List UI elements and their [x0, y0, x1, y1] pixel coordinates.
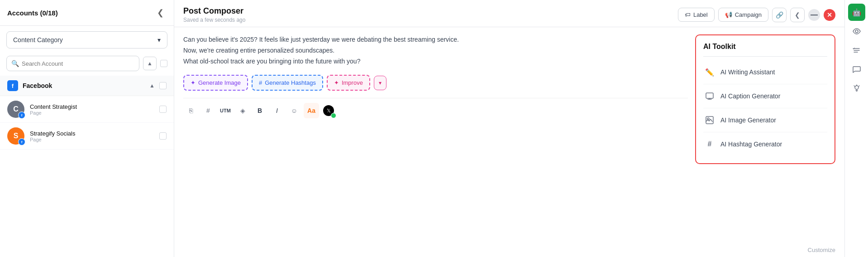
ai-caption-icon: [703, 90, 716, 102]
search-row: 🔍 ▲: [6, 56, 167, 71]
post-text-area: Can you believe it's 2025? It feels like…: [183, 34, 688, 238]
italic-button[interactable]: I: [269, 103, 285, 118]
chevron-down-icon: ▾: [157, 36, 161, 44]
toolbar-buttons: ✦ Generate Image # Generate Hashtags ✦ I…: [183, 75, 688, 91]
sidebar-tool-ideas[interactable]: [848, 80, 865, 97]
account-name: Content Strategist: [30, 103, 154, 110]
account-type: Page: [30, 137, 154, 142]
main-content: Post Composer Saved a few seconds ago 🏷 …: [174, 0, 844, 257]
link-button[interactable]: 🔗: [772, 8, 787, 22]
improve-button[interactable]: ✦ Improve: [327, 75, 370, 91]
accounts-list: f Facebook ▲ C f Content Strategist Page…: [0, 76, 174, 257]
composer-body: Can you believe it's 2025? It feels like…: [174, 27, 844, 245]
ai-caption-label: AI Caption Generator: [720, 92, 780, 100]
platform-checkbox[interactable]: [159, 82, 167, 89]
collapse-button[interactable]: ❮: [154, 6, 167, 19]
account-checkbox[interactable]: [159, 132, 167, 140]
emoji-button[interactable]: ☺: [286, 103, 302, 118]
ai-hashtag-icon: #: [703, 138, 716, 150]
improve-label: Improve: [342, 79, 363, 86]
label-button[interactable]: 🏷 Label: [678, 8, 715, 22]
twitter-verified-badge: [331, 113, 336, 118]
ai-image-label: AI Image Generator: [720, 116, 776, 124]
category-label: Content Category: [13, 36, 63, 44]
collapse-accounts-button[interactable]: ▲: [143, 57, 157, 70]
minimize-button[interactable]: —: [808, 9, 820, 21]
ai-hashtag-generator-item[interactable]: # AI Hashtag Generator: [703, 132, 827, 156]
composer-title: Post Composer: [183, 6, 245, 16]
accounts-title: Accounts (0/18): [7, 9, 58, 17]
sidebar-tool-ai[interactable]: 🤖: [848, 4, 865, 21]
left-panel: Accounts (0/18) ❮ Content Category ▾ 🔍 ▲…: [0, 0, 174, 257]
customize-row: Customize: [174, 245, 844, 257]
ai-toolkit-title: AI Toolkit: [703, 43, 827, 57]
generate-image-button[interactable]: ✦ Generate Image: [183, 75, 248, 91]
svg-point-4: [855, 86, 858, 89]
select-all-checkbox[interactable]: [160, 60, 167, 67]
platform-collapse-button[interactable]: ▲: [149, 82, 155, 89]
composer-title-area: Post Composer Saved a few seconds ago: [183, 6, 245, 23]
facebook-icon: f: [7, 80, 18, 91]
improve-chevron-button[interactable]: ▾: [374, 76, 386, 90]
generate-hashtags-icon: #: [259, 79, 262, 86]
label-icon: 🏷: [685, 11, 691, 18]
generate-image-label: Generate Image: [198, 79, 241, 86]
ai-image-generator-item[interactable]: AI Image Generator: [703, 108, 827, 132]
facebook-badge: f: [18, 138, 25, 145]
generate-image-icon: ✦: [191, 79, 196, 86]
search-input[interactable]: [22, 60, 134, 67]
account-info: Strategify Socials Page: [30, 130, 154, 142]
ai-writing-label: AI Writing Assistant: [720, 68, 775, 76]
account-type: Page: [30, 110, 154, 116]
label-text: Label: [693, 11, 708, 18]
svg-point-3: [855, 30, 858, 33]
category-dropdown: Content Category ▾: [6, 31, 167, 48]
ai-hashtag-label: AI Hashtag Generator: [720, 141, 782, 148]
composer-header: Post Composer Saved a few seconds ago 🏷 …: [174, 0, 844, 27]
content-category-select[interactable]: Content Category ▾: [6, 31, 167, 48]
copy-button[interactable]: ⎘: [183, 103, 199, 118]
ai-writing-icon: ✏️: [703, 66, 716, 78]
campaign-button[interactable]: 📢 Campaign: [718, 8, 768, 22]
ai-image-icon: [703, 114, 716, 126]
campaign-text: Campaign: [735, 11, 762, 18]
font-button[interactable]: Aa: [304, 103, 319, 118]
composer-saved: Saved a few seconds ago: [183, 17, 245, 23]
avatar: C f: [7, 101, 24, 118]
facebook-platform-row: f Facebook ▲: [0, 76, 174, 96]
sidebar-tool-comments[interactable]: [848, 61, 865, 78]
list-item: C f Content Strategist Page: [0, 96, 174, 123]
merge-button[interactable]: ◈: [235, 103, 250, 118]
hashtag-button[interactable]: #: [200, 103, 216, 118]
platform-name: Facebook: [23, 82, 145, 89]
generate-hashtags-button[interactable]: # Generate Hashtags: [252, 75, 323, 91]
ai-toolkit-panel: AI Toolkit ✏️ AI Writing Assistant AI Ca…: [695, 34, 835, 164]
search-box: 🔍: [6, 56, 139, 71]
campaign-icon: 📢: [725, 11, 732, 18]
utm-button[interactable]: UTM: [218, 103, 233, 118]
ai-writing-assistant-item[interactable]: ✏️ AI Writing Assistant: [703, 60, 827, 84]
svg-rect-0: [706, 93, 713, 98]
left-header: Accounts (0/18) ❮: [0, 0, 174, 26]
twitter-account-badge: 𝕏: [321, 103, 336, 118]
right-sidebar: 🤖: [844, 0, 868, 257]
generate-hashtags-label: Generate Hashtags: [265, 79, 316, 86]
sidebar-tool-preview[interactable]: [848, 23, 865, 40]
facebook-badge: f: [18, 112, 25, 119]
account-name: Strategify Socials: [30, 130, 154, 137]
format-toolbar: ⎘ # UTM ◈ B I ☺ Aa 𝕏: [183, 98, 688, 118]
search-icon: 🔍: [11, 60, 19, 67]
account-checkbox[interactable]: [159, 106, 167, 113]
avatar: S f: [7, 127, 24, 145]
post-text: Can you believe it's 2025? It feels like…: [183, 34, 688, 67]
back-button[interactable]: ❮: [790, 8, 805, 22]
bold-button[interactable]: B: [252, 103, 267, 118]
customize-button[interactable]: Customize: [808, 247, 835, 253]
ai-caption-generator-item[interactable]: AI Caption Generator: [703, 84, 827, 108]
composer-actions: 🏷 Label 📢 Campaign 🔗 ❮ — ✕: [678, 8, 835, 22]
sidebar-tool-checklist[interactable]: [848, 42, 865, 59]
account-info: Content Strategist Page: [30, 103, 154, 116]
close-button[interactable]: ✕: [824, 9, 835, 21]
list-item: S f Strategify Socials Page: [0, 123, 174, 150]
improve-icon: ✦: [334, 79, 339, 86]
